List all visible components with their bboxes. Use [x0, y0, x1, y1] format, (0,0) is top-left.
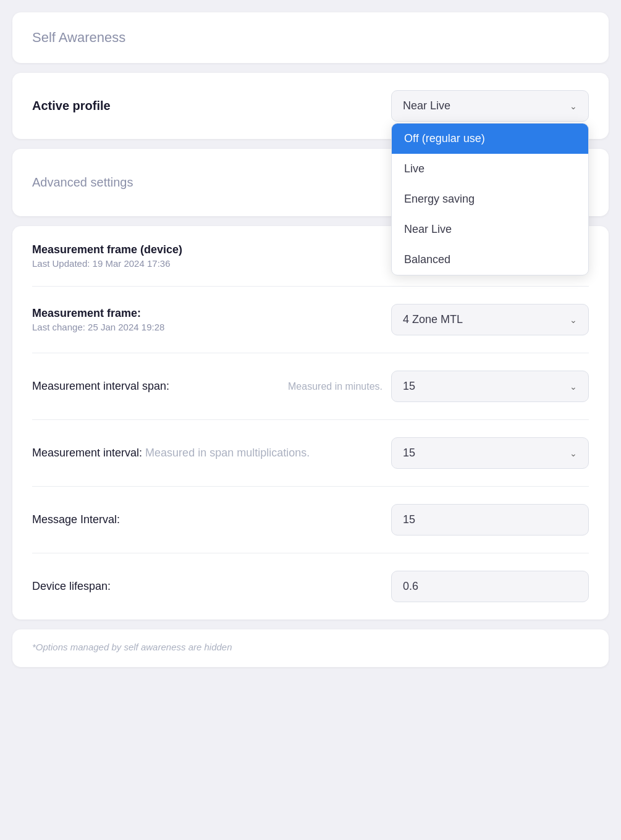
- measurement-frame-selected: 4 Zone MTL: [403, 313, 463, 326]
- measurement-frame-row: Measurement frame: Last change: 25 Jan 2…: [32, 287, 589, 353]
- measurement-frame-device-sublabel: Last Updated: 19 Mar 2024 17:36: [32, 258, 182, 269]
- chevron-down-icon: ⌄: [570, 101, 577, 111]
- dropdown-item-near-live[interactable]: Near Live: [392, 214, 588, 245]
- settings-details-section: Measurement frame (device) Last Updated:…: [12, 226, 609, 620]
- dropdown-item-energy-saving[interactable]: Energy saving: [392, 184, 588, 214]
- measurement-interval-row: Measurement interval: Measured in span m…: [32, 420, 589, 487]
- footer-note-text: *Options managed by self awareness are h…: [32, 642, 232, 652]
- measurement-interval-hint: Measured in span multiplications.: [145, 447, 310, 459]
- measurement-interval-select[interactable]: 15 ⌄: [391, 437, 589, 469]
- device-lifespan-row: Device lifespan: 0.6: [32, 553, 589, 620]
- device-lifespan-label: Device lifespan:: [32, 580, 111, 593]
- measurement-interval-span-label: Measurement interval span:: [32, 380, 169, 393]
- measurement-interval-span-selected: 15: [403, 380, 415, 393]
- self-awareness-title: Self Awareness: [32, 30, 125, 45]
- active-profile-label: Active profile: [32, 99, 111, 113]
- chevron-down-icon: ⌄: [570, 315, 577, 325]
- measurement-frame-select[interactable]: 4 Zone MTL ⌄: [391, 304, 589, 335]
- advanced-settings-label: Advanced settings: [32, 175, 133, 190]
- self-awareness-section: Self Awareness: [12, 12, 609, 63]
- measurement-interval-span-hint: Measured in minutes.: [288, 381, 382, 392]
- measurement-frame-labels: Measurement frame: Last change: 25 Jan 2…: [32, 307, 164, 332]
- device-lifespan-input[interactable]: 0.6: [391, 571, 589, 602]
- chevron-down-icon: ⌄: [570, 448, 577, 458]
- message-interval-label: Message Interval:: [32, 513, 120, 526]
- measurement-frame-label: Measurement frame:: [32, 307, 164, 320]
- active-profile-dropdown-menu: Off (regular use) Live Energy saving Nea…: [391, 123, 589, 275]
- dropdown-item-balanced[interactable]: Balanced: [392, 245, 588, 275]
- measurement-frame-device-labels: Measurement frame (device) Last Updated:…: [32, 243, 182, 269]
- measurement-interval-label: Measurement interval: Measured in span m…: [32, 447, 310, 460]
- active-profile-section: Active profile Near Live ⌄ Off (regular …: [12, 73, 609, 139]
- measurement-frame-device-label: Measurement frame (device): [32, 243, 182, 256]
- measurement-interval-span-row: Measurement interval span: Measured in m…: [32, 353, 589, 420]
- footer-note-section: *Options managed by self awareness are h…: [12, 629, 609, 667]
- active-profile-dropdown-wrapper: Near Live ⌄ Off (regular use) Live Energ…: [391, 90, 589, 122]
- dropdown-item-live[interactable]: Live: [392, 154, 588, 184]
- message-interval-input[interactable]: 15: [391, 504, 589, 536]
- active-profile-dropdown-trigger[interactable]: Near Live ⌄: [391, 90, 589, 122]
- dropdown-item-off[interactable]: Off (regular use): [392, 124, 588, 154]
- active-profile-selected-value: Near Live: [403, 99, 450, 112]
- chevron-down-icon: ⌄: [570, 382, 577, 392]
- measurement-frame-sublabel: Last change: 25 Jan 2024 19:28: [32, 322, 164, 332]
- message-interval-row: Message Interval: 15: [32, 487, 589, 553]
- measurement-interval-span-select[interactable]: 15 ⌄: [391, 371, 589, 402]
- measurement-interval-selected: 15: [403, 447, 415, 460]
